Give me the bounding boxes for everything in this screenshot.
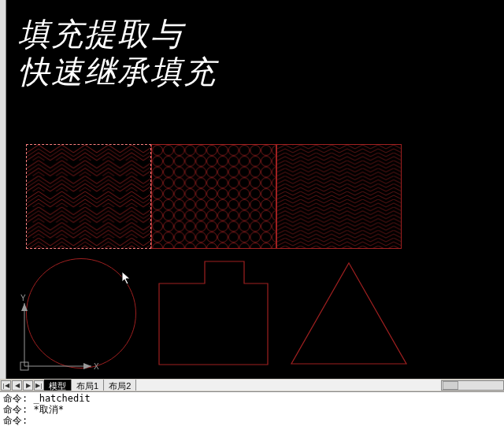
tab-nav-prev[interactable]: ◀ [12,380,22,391]
title-line-2: 快速继承填充 [18,54,217,91]
command-history-line: 命令: *取消* [3,404,501,415]
layout-tab-bar: |◀ ◀ ▶ ▶| 模型 布局1 布局2 [0,379,504,391]
hatch-rect-herringbone-dense[interactable] [276,144,402,249]
shape-notched-rectangle[interactable] [158,260,269,366]
tab-nav-first[interactable]: |◀ [1,380,11,391]
command-prompt[interactable]: 命令: [3,415,501,426]
scrollbar-thumb[interactable] [443,381,458,390]
hatch-rect-herringbone-selected[interactable] [26,144,151,249]
left-ruler-edge [0,0,6,379]
herringbone-dense-hatch-icon [277,145,401,248]
title-line-1: 填充提取与 [18,16,217,54]
command-line-panel[interactable]: 命令: _hatchedit 命令: *取消* 命令: [0,391,504,426]
svg-rect-8 [20,362,28,370]
tab-model[interactable]: 模型 [44,380,72,391]
command-history-line: 命令: _hatchedit [3,393,501,404]
tab-layout1[interactable]: 布局1 [72,380,104,391]
drawing-title-text: 填充提取与 快速继承填充 [18,16,217,91]
svg-rect-0 [27,145,150,248]
svg-rect-3 [277,145,401,248]
hatch-rect-circles[interactable] [151,144,276,249]
tab-nav-next[interactable]: ▶ [23,380,33,391]
drawing-canvas[interactable]: 填充提取与 快速继承填充 [6,0,504,379]
shape-circle[interactable] [26,258,136,369]
tab-layout2[interactable]: 布局2 [104,380,136,391]
tab-nav-last[interactable]: ▶| [34,380,44,391]
herringbone-hatch-icon [27,145,150,248]
circles-hatch-icon [152,145,276,248]
tab-spacer [136,380,441,391]
ucs-y-label: Y [20,294,26,302]
shape-triangle[interactable] [290,260,408,366]
svg-rect-2 [152,145,276,248]
horizontal-scrollbar[interactable] [441,380,504,391]
